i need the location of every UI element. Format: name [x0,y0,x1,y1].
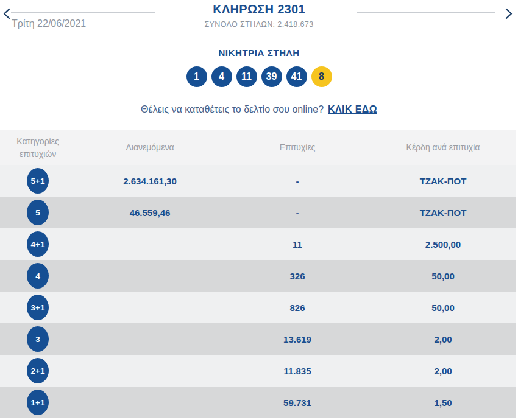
total-columns: ΣΥΝΟΛΟ ΣΤΗΛΩΝ: 2.418.673 [0,20,518,29]
category-badge: 5+1 [27,168,49,194]
header-prize: Κέρδη ανά επιτυχία [371,141,516,153]
prize-table: Κατηγορίες επιτυχιών Διανεμόμενα Επιτυχί… [0,130,516,418]
winning-numbers: 1 4 11 39 41 8 [0,66,518,87]
winning-column-label: ΝΙΚΗΤΡΙΑ ΣΤΗΛΗ [0,47,518,58]
prize-table-header: Κατηγορίες επιτυχιών Διανεμόμενα Επιτυχί… [0,130,516,165]
prize-value: 2,00 [371,366,516,376]
category-badge: 5 [27,200,49,225]
wins-value: - [224,176,371,186]
wins-value: 59.731 [224,397,371,408]
table-row: 5+1 2.634.161,30 - ΤΖΑΚ-ΠΟΤ [0,165,516,197]
distributed-value: 46.559,46 [76,208,224,218]
prize-value: ΤΖΑΚ-ΠΟΤ [371,208,516,218]
category-badge: 2+1 [27,358,49,383]
winning-number-ball: 1 [186,66,207,87]
category-badge: 3+1 [27,295,49,320]
wins-value: 11 [224,239,371,250]
table-row: 4 326 50,00 [0,260,516,292]
cta-text: Θέλεις να καταθέτεις το δελτίο σου onlin… [141,104,324,114]
winning-number-ball: 11 [236,66,257,87]
category-badge: 4+1 [27,231,49,257]
wins-value: 13.619 [224,334,371,345]
wins-value: - [224,208,371,218]
winning-number-ball: 4 [211,66,232,87]
table-row: 1+1 59.731 1,50 [0,387,516,418]
right-divider-line [357,12,495,13]
table-row: 2+1 11.835 2,00 [0,355,516,387]
winning-number-ball: 41 [286,66,307,87]
next-draw-chevron-icon[interactable] [505,8,513,19]
distributed-value: 2.634.161,30 [76,176,224,186]
draw-navigation-bar: Τρίτη 22/06/2021 ΚΛΗΡΩΣΗ 2301 ΣΥΝΟΛΟ ΣΤΗ… [0,0,518,33]
winning-number-ball: 39 [261,66,282,87]
table-row: 3 13.619 2,00 [0,323,516,355]
table-row: 4+1 11 2.500,00 [0,228,516,260]
prize-value: 2,00 [371,334,516,345]
prize-value: 1,50 [371,397,516,408]
category-badge: 3 [27,326,49,352]
draw-title: ΚΛΗΡΩΣΗ 2301 [0,2,518,16]
prize-value: ΤΖΑΚ-ΠΟΤ [371,176,516,186]
cta-line: Θέλεις να καταθέτεις το δελτίο σου onlin… [0,104,518,115]
header-distributed: Διανεμόμενα [76,141,224,153]
table-row: 5 46.559,46 - ΤΖΑΚ-ΠΟΤ [0,197,516,228]
prize-value: 50,00 [371,271,516,281]
header-wins: Επιτυχίες [224,141,371,153]
category-badge: 4 [27,263,49,289]
wins-value: 11.835 [224,366,371,376]
click-here-link[interactable]: ΚΛΙΚ ΕΔΩ [328,104,377,114]
wins-value: 826 [224,303,371,313]
wins-value: 326 [224,271,371,281]
prize-value: 50,00 [371,303,516,313]
prize-value: 2.500,00 [371,239,516,250]
joker-number-ball: 8 [311,66,332,87]
table-row: 3+1 826 50,00 [0,292,516,323]
category-badge: 1+1 [27,390,49,415]
header-category: Κατηγορίες επιτυχιών [0,135,76,160]
draw-title-block: ΚΛΗΡΩΣΗ 2301 ΣΥΝΟΛΟ ΣΤΗΛΩΝ: 2.418.673 [0,2,518,29]
